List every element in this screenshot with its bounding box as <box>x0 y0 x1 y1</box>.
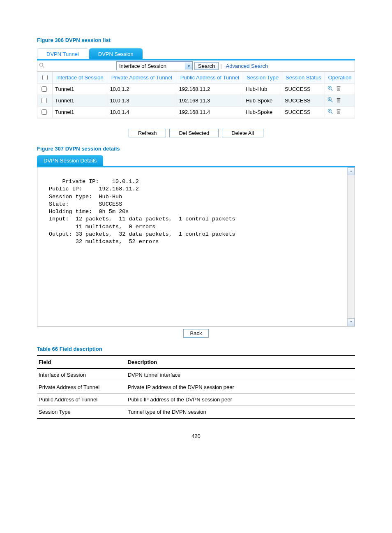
tab-dvpn-session[interactable]: DVPN Session <box>89 48 143 59</box>
col-private: Private Address of Tunnel <box>107 72 176 83</box>
table-row: Public Address of Tunnel Public IP addre… <box>37 394 355 406</box>
row-checkbox[interactable] <box>42 98 47 103</box>
magnify-plus-icon[interactable] <box>327 86 333 93</box>
svg-line-14 <box>331 100 332 102</box>
magnify-plus-icon[interactable] <box>327 97 333 104</box>
table-row: Tunnel1 10.0.1.3 192.168.11.3 Hub-Spoke … <box>37 95 355 107</box>
scrollbar[interactable]: ▴ ▾ <box>347 167 355 326</box>
search-icon <box>39 63 45 70</box>
search-button[interactable]: Search <box>194 62 219 70</box>
tab-session-details[interactable]: DVPN Session Details <box>37 155 103 166</box>
cell-iface: Tunnel1 <box>53 107 107 118</box>
cell-desc: Tunnel type of the DVPN session <box>126 406 355 419</box>
table-row: Tunnel1 10.0.1.2 192.168.11.2 Hub-Hub SU… <box>37 83 355 95</box>
svg-line-5 <box>331 89 332 90</box>
cell-status: SUCCESS <box>282 107 325 118</box>
divider: | <box>220 63 221 69</box>
session-table: Interface of Session Private Address of … <box>37 72 355 118</box>
scroll-up-icon[interactable]: ▴ <box>348 167 355 175</box>
cell-pub: 192.168.11.3 <box>176 95 243 107</box>
cell-priv: 10.0.1.4 <box>107 107 176 118</box>
col-status: Session Status <box>282 72 325 83</box>
table-66-caption: Table 66 Field description <box>37 346 355 352</box>
cell-type: Hub-Spoke <box>243 95 282 107</box>
figure-307-caption: Figure 307 DVPN session details <box>37 146 355 152</box>
scroll-down-icon[interactable]: ▾ <box>348 318 355 326</box>
cell-iface: Tunnel1 <box>53 95 107 107</box>
col-operation: Operation <box>325 72 355 83</box>
tab-bar: DVPN Tunnel DVPN Session <box>37 46 355 59</box>
cell-type: Hub-Spoke <box>243 107 282 118</box>
svg-rect-25 <box>337 109 340 110</box>
del-selected-button[interactable]: Del Selected <box>169 129 219 137</box>
page-number: 420 <box>37 433 355 439</box>
cell-status: SUCCESS <box>282 95 325 107</box>
svg-point-0 <box>39 63 43 66</box>
table-row: Interface of Session DVPN tunnel interfa… <box>37 368 355 381</box>
trash-icon[interactable] <box>336 97 341 104</box>
table-row: Private Address of Tunnel Private IP add… <box>37 381 355 394</box>
col-field: Field <box>37 356 126 368</box>
details-content: Private IP: 10.0.1.2 Public IP: 192.168.… <box>49 178 235 245</box>
cell-field: Session Type <box>37 406 126 419</box>
cell-pub: 192.168.11.2 <box>176 83 243 95</box>
refresh-button[interactable]: Refresh <box>129 129 166 137</box>
cell-field: Private Address of Tunnel <box>37 381 126 394</box>
select-all-checkbox[interactable] <box>42 75 48 80</box>
cell-priv: 10.0.1.3 <box>107 95 176 107</box>
cell-desc: Private IP address of the DVPN session p… <box>126 381 355 394</box>
cell-field: Interface of Session <box>37 368 126 381</box>
action-buttons: Refresh Del Selected Delete All <box>37 129 355 137</box>
col-desc: Description <box>126 356 355 368</box>
magnify-plus-icon[interactable] <box>327 109 333 116</box>
cell-pub: 192.168.11.4 <box>176 107 243 118</box>
svg-rect-7 <box>337 86 340 87</box>
dvpn-session-details-screenshot: DVPN Session Details Private IP: 10.0.1.… <box>37 155 355 338</box>
figure-306-caption: Figure 306 DVPN session list <box>37 37 355 43</box>
cell-iface: Tunnel1 <box>53 83 107 95</box>
col-interface: Interface of Session <box>53 72 107 83</box>
table-row: Tunnel1 10.0.1.4 192.168.11.4 Hub-Spoke … <box>37 107 355 118</box>
col-type: Session Type <box>243 72 282 83</box>
delete-all-button[interactable]: Delete All <box>222 129 263 137</box>
cell-desc: Public IP address of the DVPN session pe… <box>126 394 355 406</box>
cell-type: Hub-Hub <box>243 83 282 95</box>
svg-line-23 <box>331 112 332 114</box>
session-details-text: Private IP: 10.0.1.2 Public IP: 192.168.… <box>37 167 355 327</box>
row-checkbox[interactable] <box>42 109 47 115</box>
back-button[interactable]: Back <box>183 329 209 338</box>
svg-rect-16 <box>337 98 340 99</box>
search-field-label: Interface of Session <box>119 63 185 69</box>
cell-status: SUCCESS <box>282 83 325 95</box>
advanced-search-link[interactable]: Advanced Search <box>226 63 268 69</box>
trash-icon[interactable] <box>336 86 341 93</box>
chevron-down-icon: ▾ <box>185 63 192 70</box>
search-bar: Interface of Session ▾ Search | Advanced… <box>37 60 355 72</box>
cell-desc: DVPN tunnel interface <box>126 368 355 381</box>
table-row: Session Type Tunnel type of the DVPN ses… <box>37 406 355 419</box>
field-description-table: Field Description Interface of Session D… <box>37 355 355 419</box>
tab-dvpn-tunnel[interactable]: DVPN Tunnel <box>37 48 88 59</box>
dvpn-session-list-screenshot: DVPN Tunnel DVPN Session Interface of Se… <box>37 46 355 118</box>
svg-line-1 <box>42 66 44 67</box>
row-checkbox[interactable] <box>42 86 47 92</box>
cell-field: Public Address of Tunnel <box>37 394 126 406</box>
col-public: Public Address of Tunnel <box>176 72 243 83</box>
trash-icon[interactable] <box>336 109 341 116</box>
search-field-select[interactable]: Interface of Session ▾ <box>116 61 193 70</box>
cell-priv: 10.0.1.2 <box>107 83 176 95</box>
